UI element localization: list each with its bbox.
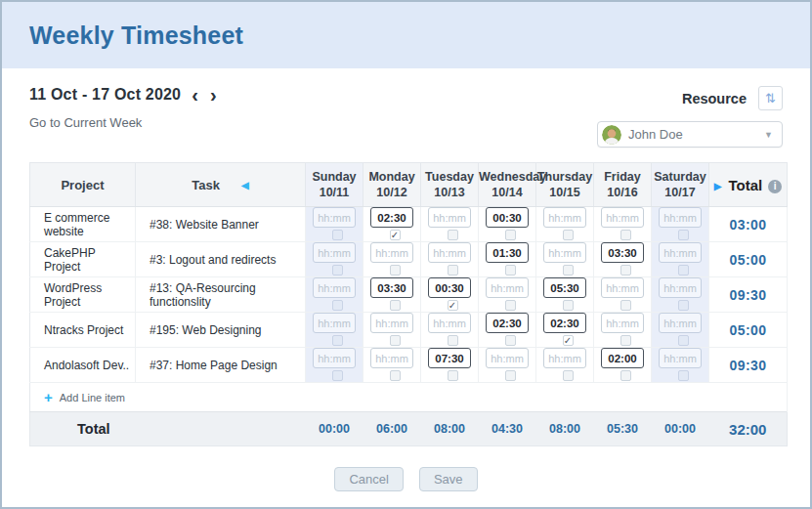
billable-checkbox[interactable] bbox=[505, 335, 516, 346]
time-cell-monday bbox=[363, 313, 421, 348]
expand-columns-icon[interactable]: ▶ bbox=[714, 181, 722, 191]
billable-checkbox[interactable] bbox=[448, 230, 458, 240]
billable-checkbox[interactable] bbox=[332, 265, 343, 276]
billable-checkbox[interactable] bbox=[390, 335, 401, 346]
billable-checkbox[interactable] bbox=[620, 370, 631, 381]
time-input[interactable] bbox=[543, 277, 586, 298]
billable-checkbox[interactable] bbox=[505, 265, 516, 276]
day-total-sunday: 00:00 bbox=[306, 412, 363, 446]
time-input[interactable] bbox=[659, 348, 702, 368]
time-input[interactable] bbox=[313, 207, 356, 228]
billable-checkbox[interactable] bbox=[390, 265, 401, 276]
billable-checkbox[interactable] bbox=[390, 300, 401, 311]
row-total: 09:30 bbox=[709, 277, 788, 313]
time-input[interactable] bbox=[543, 207, 586, 228]
time-input[interactable] bbox=[543, 313, 586, 333]
resource-dropdown[interactable]: John Doe ▼ bbox=[597, 121, 783, 148]
next-week-button[interactable]: › bbox=[209, 87, 218, 103]
time-input[interactable] bbox=[601, 313, 644, 333]
time-input[interactable] bbox=[313, 242, 356, 263]
time-input[interactable] bbox=[428, 313, 471, 333]
prev-week-button[interactable]: ‹ bbox=[191, 87, 199, 103]
time-input[interactable] bbox=[659, 277, 702, 298]
time-input[interactable] bbox=[370, 313, 413, 333]
time-cell-monday bbox=[363, 277, 421, 313]
time-cell-friday bbox=[594, 348, 652, 383]
billable-checkbox[interactable] bbox=[563, 230, 574, 240]
time-input[interactable] bbox=[313, 313, 356, 333]
billable-checkbox[interactable] bbox=[390, 370, 401, 381]
time-input[interactable] bbox=[486, 277, 529, 298]
billable-checkbox[interactable] bbox=[620, 230, 631, 240]
billable-checkbox[interactable] bbox=[332, 335, 343, 346]
time-input[interactable] bbox=[370, 277, 413, 298]
billable-checkbox[interactable] bbox=[563, 300, 574, 311]
total-column-header: ▶Totali bbox=[709, 163, 788, 207]
time-input[interactable] bbox=[486, 313, 529, 333]
time-input[interactable] bbox=[659, 207, 702, 228]
time-input[interactable] bbox=[428, 207, 471, 228]
billable-checkbox[interactable] bbox=[620, 265, 631, 276]
time-cell-friday bbox=[594, 277, 652, 313]
billable-checkbox[interactable] bbox=[678, 265, 689, 276]
save-button[interactable]: Save bbox=[419, 467, 478, 491]
billable-checkbox[interactable] bbox=[332, 230, 343, 240]
time-cell-tuesday: ✓ bbox=[421, 277, 479, 313]
time-input[interactable] bbox=[601, 207, 644, 228]
time-cell-saturday bbox=[652, 207, 709, 242]
time-input[interactable] bbox=[486, 348, 529, 368]
time-cell-monday: ✓ bbox=[363, 207, 421, 242]
cancel-button[interactable]: Cancel bbox=[334, 467, 403, 491]
time-input[interactable] bbox=[601, 277, 644, 298]
billable-checkbox[interactable]: ✓ bbox=[448, 300, 458, 311]
info-icon: i bbox=[768, 180, 782, 193]
billable-checkbox[interactable] bbox=[448, 265, 458, 276]
time-input[interactable] bbox=[543, 242, 586, 263]
time-cell-wednesday bbox=[479, 242, 536, 277]
billable-checkbox[interactable] bbox=[620, 335, 631, 346]
billable-checkbox[interactable]: ✓ bbox=[563, 335, 574, 346]
time-input[interactable] bbox=[428, 277, 471, 298]
time-cell-friday bbox=[594, 313, 652, 348]
avatar bbox=[602, 125, 621, 145]
billable-checkbox[interactable]: ✓ bbox=[390, 230, 401, 240]
billable-checkbox[interactable] bbox=[448, 370, 458, 381]
billable-checkbox[interactable] bbox=[505, 230, 516, 240]
time-input[interactable] bbox=[370, 242, 413, 263]
project-cell: Ntracks Project bbox=[30, 313, 136, 348]
billable-checkbox[interactable] bbox=[678, 370, 689, 381]
time-cell-thursday bbox=[536, 277, 594, 313]
billable-checkbox[interactable] bbox=[505, 370, 516, 381]
time-input[interactable] bbox=[543, 348, 586, 368]
billable-checkbox[interactable] bbox=[563, 265, 574, 276]
footer-actions: Cancel Save bbox=[2, 467, 810, 491]
billable-checkbox[interactable] bbox=[332, 300, 343, 311]
time-input[interactable] bbox=[486, 242, 529, 263]
billable-checkbox[interactable] bbox=[563, 370, 574, 381]
time-input[interactable] bbox=[370, 207, 413, 228]
time-input[interactable] bbox=[313, 348, 356, 368]
time-input[interactable] bbox=[601, 242, 644, 263]
time-input[interactable] bbox=[601, 348, 644, 368]
go-to-current-week-link[interactable]: Go to Current Week bbox=[29, 115, 218, 130]
time-input[interactable] bbox=[370, 348, 413, 368]
resource-sort-button[interactable]: ⇅ bbox=[758, 86, 783, 110]
time-input[interactable] bbox=[313, 277, 356, 298]
time-cell-thursday bbox=[536, 242, 594, 277]
time-input[interactable] bbox=[659, 313, 702, 333]
billable-checkbox[interactable] bbox=[332, 370, 343, 381]
project-cell: Andolasoft Dev.. bbox=[30, 348, 136, 383]
billable-checkbox[interactable] bbox=[448, 335, 458, 346]
time-input[interactable] bbox=[486, 207, 529, 228]
billable-checkbox[interactable] bbox=[620, 300, 631, 311]
collapse-columns-icon[interactable]: ◀ bbox=[241, 180, 249, 191]
time-input[interactable] bbox=[659, 242, 702, 263]
billable-checkbox[interactable] bbox=[505, 300, 516, 311]
time-cell-thursday: ✓ bbox=[536, 313, 594, 348]
time-input[interactable] bbox=[428, 348, 471, 368]
add-line-item-button[interactable]: +Add Line item bbox=[30, 383, 788, 412]
billable-checkbox[interactable] bbox=[678, 230, 689, 240]
time-input[interactable] bbox=[428, 242, 471, 263]
billable-checkbox[interactable] bbox=[678, 300, 689, 311]
billable-checkbox[interactable] bbox=[678, 335, 689, 346]
